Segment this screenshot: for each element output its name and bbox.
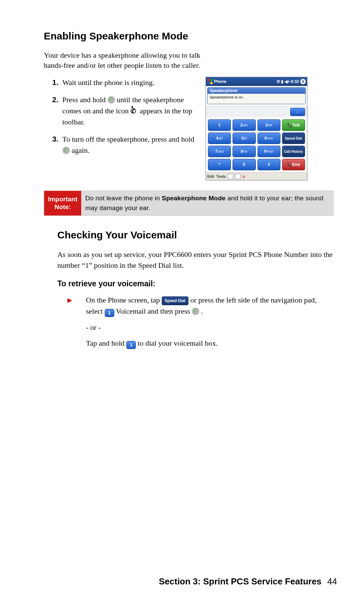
step-2: 2. Press and hold until the speakerphone… [44,94,199,127]
popup-title: Speakerphone [208,88,305,94]
voicemail-step-1: ▶ On the Phone screen, tap Speed Dial or… [57,294,334,317]
key-1-icon: 1 [126,341,136,349]
vm-1-c: Voicemail and then press [116,307,192,315]
step-1-num: 1. [52,77,58,88]
device-keypad: 1 2abc 3def 📞 Talk 4ghi 5jkl 6mno Speed … [206,117,307,172]
key-7: 7pqrs [208,146,231,157]
key-9: 9wxyz [257,146,280,157]
step-3-text-a: To turn off the speakerphone, press and … [62,135,194,143]
step-2-text-a: Press and hold [62,95,108,104]
speakerphone-popup: Speakerphone Speakerphone is on. [207,87,306,104]
step-3-num: 3. [52,134,58,145]
vm-1-a: On the Phone screen, tap [86,296,162,304]
vm-1-d: . [201,307,203,315]
speakerphone-indicator-icon [130,107,138,115]
device-title: Phone [214,79,226,84]
speakerphone-status-icon: ✆ [277,79,280,84]
vm-2-a: Tap and hold [86,339,126,347]
menu-tools: Tools [216,174,226,178]
key-end: 📞 End [282,159,305,170]
key-talk: 📞 Talk [282,119,305,131]
page-footer: Section 3: Sprint PCS Service Features 4… [0,576,337,587]
key-star: * [208,159,231,170]
key-2: 2abc [233,119,255,131]
heading-speakerphone: Enabling Speakerphone Mode [44,30,334,42]
volume-icon: ◀× [284,79,290,84]
subheading-retrieve: To retrieve your voicemail: [57,279,334,288]
key-call-history: Call History [282,146,305,157]
talk-button-icon [62,147,70,154]
signal-icon: ▮ [281,79,283,84]
menu-edit: Edit [207,174,214,178]
step-3-text-b: again. [72,146,90,154]
notes-icon [228,174,233,179]
important-note-label: Important Note: [44,191,81,215]
voicemail-or: - or - [57,322,334,333]
device-bottombar: Edit Tools ⦸ [206,172,307,180]
device-screenshot: Phone ✆ ▮ ◀× 8:32 ✕ Speakerphone Speaker… [206,77,307,180]
heading-voicemail: Checking Your Voicemail [57,229,334,241]
important-note-box: Important Note: Do not leave the phone i… [44,191,334,216]
key-hash: # [257,159,280,170]
important-note-text: Do not leave the phone in Speakerphone M… [81,191,333,215]
key-speed-dial: Speed Dial [282,133,305,144]
talk-button-icon [108,96,115,104]
key-3: 3def [257,119,280,131]
speed-dial-button-icon: Speed Dial [162,296,188,305]
footer-section: Section 3: Sprint PCS Service Features [159,576,322,586]
contacts-icon [235,174,241,179]
mute-icon: ⦸ [243,174,245,179]
key-5: 5jkl [233,133,255,144]
triangle-bullet-icon: ▶ [67,296,72,305]
key-4: 4ghi [208,133,231,144]
voicemail-step-2: Tap and hold 1 to dial your voicemail bo… [57,338,334,349]
status-icons: ✆ ▮ ◀× 8:32 [277,79,299,84]
step-1-text: Wait until the phone is ringing. [62,78,154,87]
close-icon: ✕ [300,79,306,84]
clock-text: 8:32 [291,79,299,84]
popup-body: Speakerphone is on. [208,94,305,104]
page-number: 44 [327,576,337,586]
backspace-key: ← [290,108,305,116]
step-2-num: 2. [52,94,58,105]
device-titlebar: Phone ✆ ▮ ◀× 8:32 ✕ [206,77,307,86]
key-6: 6mno [257,133,280,144]
step-3: 3. To turn off the speakerphone, press a… [44,134,199,156]
key-1-icon: 1 [105,309,114,317]
intro-speakerphone: Your device has a speakerphone allowing … [44,50,209,70]
key-1: 1 [208,119,231,131]
voicemail-intro: As soon as you set up service, your PPC6… [57,249,334,271]
vm-2-b: to dial your voicemail box. [138,339,218,347]
step-1: 1. Wait until the phone is ringing. [44,77,199,88]
talk-button-icon [192,308,199,315]
start-flag-icon [207,79,213,84]
key-8: 8tuv [233,146,255,157]
key-0: 0 [233,159,255,170]
device-display-row: ← [206,107,307,117]
